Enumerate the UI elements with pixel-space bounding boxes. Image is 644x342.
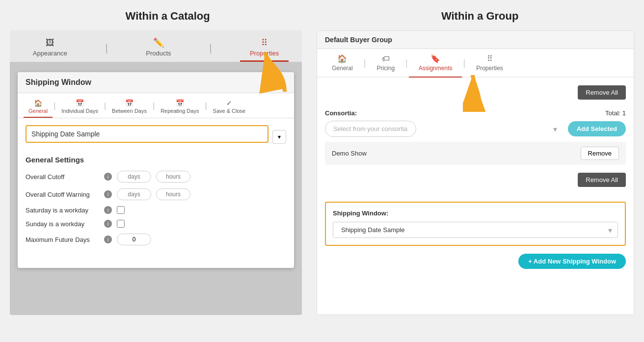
sunday-workday-row: Sunday is a workday i	[26, 220, 286, 228]
appearance-icon: 🖼	[46, 38, 54, 48]
consortia-label: Consortia:	[325, 109, 357, 117]
consortia-total: Total: 1	[605, 109, 626, 117]
right-tab-assignments[interactable]: 🔖 Assignments	[409, 49, 462, 77]
right-tab-sep-1: |	[363, 58, 367, 68]
right-pricing-icon: 🏷	[382, 54, 390, 63]
demo-show-remove-btn[interactable]: Remove	[581, 147, 619, 160]
overall-cutoff-label: Overall Cutoff	[26, 173, 99, 181]
modal-tab-sep-1: |	[53, 102, 56, 110]
calendar-icon-2: 📅	[125, 99, 134, 107]
right-arrow-container	[463, 73, 497, 114]
modal-tab-bar: 🏠 General | 📅 Individual Days | 📅 Betwee…	[18, 93, 294, 118]
shipping-window-select-wrapper: Shipping Date Sample	[333, 222, 618, 238]
right-panel-header: Default Buyer Group	[317, 31, 634, 49]
modal-title: Shipping Window	[18, 72, 294, 93]
right-tab-pricing-label: Pricing	[376, 65, 395, 72]
shipping-name-input[interactable]	[27, 126, 268, 142]
left-orange-arrow	[258, 50, 292, 94]
overall-cutoff-hours-input[interactable]	[156, 171, 190, 183]
modal-tab-individual-days[interactable]: 📅 Individual Days	[56, 97, 103, 118]
check-icon: ✓	[226, 99, 232, 107]
modal-body: ▾ General Settings Overall Cutoff i Over…	[18, 118, 294, 258]
shipping-window-section-label: Shipping Window:	[333, 210, 618, 217]
sunday-workday-checkbox[interactable]	[117, 220, 125, 228]
saturday-workday-info-icon[interactable]: i	[104, 206, 112, 214]
max-future-days-info-icon[interactable]: i	[104, 236, 112, 243]
left-catalog-panel: 🖼 Appearance | ✏️ Products | ⠿ Propertie…	[10, 30, 302, 315]
remove-all-bottom-btn[interactable]: Remove All	[578, 173, 626, 187]
general-settings-title: General Settings	[26, 156, 286, 164]
remove-all-bottom-row: Remove All	[325, 173, 626, 187]
saturday-workday-row: Saturday is a workday i	[26, 206, 286, 214]
max-future-days-input[interactable]	[117, 234, 151, 245]
demo-show-row: Demo Show Remove	[325, 142, 626, 165]
right-home-icon: 🏠	[337, 54, 347, 63]
overall-cutoff-info-icon[interactable]: i	[104, 173, 112, 181]
consortia-section: Consortia: Total: 1 Select from your con…	[325, 109, 626, 165]
products-label: Products	[146, 50, 171, 57]
shipping-window-select[interactable]: Shipping Date Sample	[333, 222, 618, 238]
right-tab-sep-3: |	[462, 58, 466, 68]
appearance-label: Appearance	[33, 50, 67, 57]
right-assignments-icon: 🔖	[430, 54, 440, 63]
tab-sep-2: |	[207, 43, 214, 54]
add-new-shipping-row: + Add New Shipping Window	[325, 254, 626, 269]
modal-tab-save-close[interactable]: ✓ Save & Close	[208, 97, 251, 118]
remove-all-top-btn[interactable]: Remove All	[578, 85, 626, 100]
max-future-days-label: Maximum Future Days	[26, 236, 99, 243]
sunday-workday-label: Sunday is a workday	[26, 220, 99, 228]
modal-tab-general[interactable]: 🏠 General	[24, 97, 53, 118]
overall-cutoff-warning-label: Overall Cutoff Warning	[26, 191, 99, 198]
right-tab-properties-label: Properties	[476, 65, 503, 72]
overall-cutoff-warning-days-input[interactable]	[117, 188, 151, 200]
modal-tab-repeating-days[interactable]: 📅 Repeating Days	[156, 97, 204, 118]
consortia-select-wrapper: Select from your consortia	[325, 121, 563, 137]
right-properties-icon: ⠿	[487, 54, 493, 63]
consortia-select[interactable]: Select from your consortia	[325, 121, 416, 137]
left-arrow-container	[258, 50, 292, 96]
tab-appearance[interactable]: 🖼 Appearance	[23, 35, 77, 62]
shipping-window-section: Shipping Window: Shipping Date Sample	[325, 202, 626, 246]
sunday-workday-info-icon[interactable]: i	[104, 220, 112, 228]
add-new-shipping-btn[interactable]: + Add New Shipping Window	[518, 254, 626, 269]
name-dropdown-btn[interactable]: ▾	[272, 130, 286, 144]
overall-cutoff-row: Overall Cutoff i	[26, 171, 286, 183]
tab-sep-1: |	[103, 43, 109, 54]
modal-tab-sep-3: |	[152, 102, 156, 110]
products-icon: ✏️	[153, 37, 164, 48]
add-selected-btn[interactable]: Add Selected	[568, 121, 626, 136]
modal-tab-repeating-days-label: Repeating Days	[161, 108, 199, 114]
overall-cutoff-warning-hours-input[interactable]	[156, 188, 190, 200]
modal-tab-between-days[interactable]: 📅 Between Days	[107, 97, 152, 118]
modal-tab-between-days-label: Between Days	[112, 108, 147, 114]
home-icon: 🏠	[34, 99, 42, 107]
overall-cutoff-warning-info-icon[interactable]: i	[104, 190, 112, 198]
modal-tab-save-close-label: Save & Close	[213, 108, 246, 114]
modal-tab-sep-2: |	[103, 102, 107, 110]
shipping-window-modal: Shipping Window 🏠 General | 📅 Individual…	[18, 72, 294, 268]
modal-tab-sep-4: |	[204, 102, 208, 110]
saturday-workday-checkbox[interactable]	[117, 206, 125, 214]
right-tab-general[interactable]: 🏠 General	[322, 49, 363, 77]
right-body: Remove All Consortia: Total: 1 Select fr…	[317, 78, 634, 277]
right-tab-pricing[interactable]: 🏷 Pricing	[367, 50, 404, 77]
right-group-panel: Default Buyer Group 🏠 General | 🏷 Pricin…	[317, 30, 634, 315]
consortia-input-row: Select from your consortia Add Selected	[325, 121, 626, 137]
properties-icon: ⠿	[261, 37, 268, 48]
demo-show-text: Demo Show	[332, 150, 367, 157]
modal-tab-individual-days-label: Individual Days	[61, 108, 98, 114]
right-tab-assignments-label: Assignments	[419, 65, 453, 72]
right-tab-general-label: General	[332, 65, 353, 72]
calendar-icon-3: 📅	[176, 99, 184, 107]
max-future-days-row: Maximum Future Days i	[26, 234, 286, 245]
calendar-icon-1: 📅	[76, 99, 84, 107]
right-title: Within a Group	[441, 10, 518, 23]
tab-products[interactable]: ✏️ Products	[136, 34, 181, 62]
modal-tab-general-label: General	[28, 108, 48, 114]
left-title: Within a Catalog	[126, 10, 210, 23]
right-tab-sep-2: |	[404, 58, 409, 68]
overall-cutoff-warning-row: Overall Cutoff Warning i	[26, 188, 286, 200]
overall-cutoff-days-input[interactable]	[117, 171, 151, 183]
saturday-workday-label: Saturday is a workday	[26, 207, 99, 214]
right-orange-arrow	[463, 73, 497, 112]
